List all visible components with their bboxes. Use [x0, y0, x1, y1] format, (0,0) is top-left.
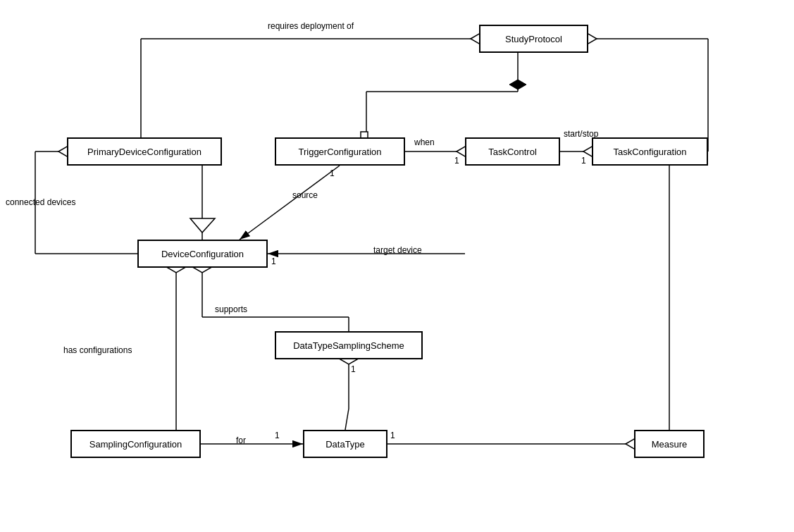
- requires-deployment-label: requires deployment of: [268, 21, 354, 31]
- svg-text:1: 1: [275, 431, 280, 440]
- svg-text:1: 1: [271, 256, 276, 266]
- study-protocol-box: StudyProtocol: [479, 25, 588, 53]
- datatype-sampling-box: DataTypeSamplingScheme: [275, 331, 423, 359]
- svg-text:1: 1: [351, 364, 356, 374]
- task-config-box: TaskConfiguration: [592, 137, 708, 166]
- svg-text:1: 1: [581, 156, 586, 166]
- svg-line-8: [240, 166, 340, 240]
- start-stop-label: start/stop: [564, 129, 598, 139]
- svg-text:1: 1: [390, 431, 395, 440]
- svg-text:1: 1: [330, 168, 335, 178]
- svg-line-22: [345, 409, 349, 430]
- for-label: for: [236, 435, 246, 445]
- svg-text:1: 1: [454, 156, 459, 166]
- device-config-box: DeviceConfiguration: [137, 240, 268, 268]
- datatype-box: DataType: [303, 430, 387, 458]
- task-control-box: TaskControl: [465, 137, 560, 166]
- supports-label: supports: [215, 304, 247, 314]
- svg-marker-29: [509, 80, 526, 89]
- svg-marker-14: [190, 218, 215, 233]
- trigger-config-box: TriggerConfiguration: [275, 137, 405, 166]
- connected-devices-label: connected devices: [6, 197, 75, 207]
- source-label: source: [292, 190, 318, 200]
- target-device-label: target device: [373, 245, 422, 255]
- has-configurations-label: has configurations: [63, 345, 132, 355]
- primary-device-config-box: PrimaryDeviceConfiguration: [67, 137, 222, 166]
- sampling-config-box: SamplingConfiguration: [70, 430, 201, 458]
- diagram-container: 1 1 1 1 1 1 1 StudyProtocol PrimaryDevic…: [0, 0, 794, 532]
- when-label: when: [414, 137, 435, 147]
- measure-box: Measure: [634, 430, 705, 458]
